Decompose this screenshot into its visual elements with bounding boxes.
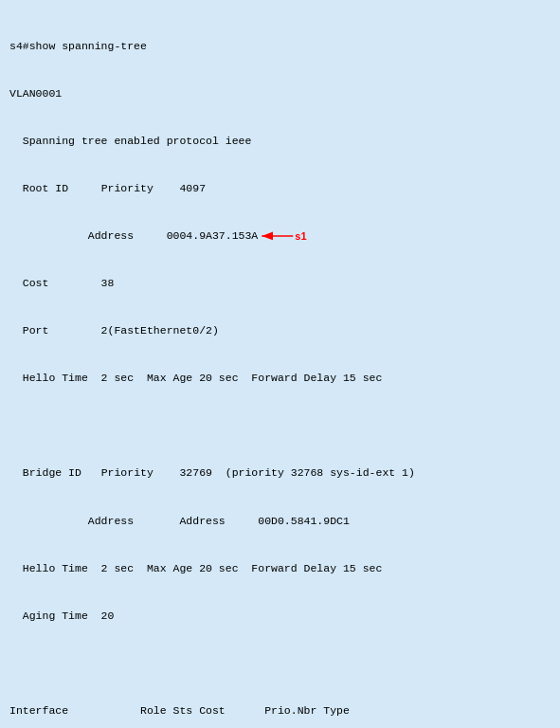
- vlan1-root-address: Address 0004.9A37.153A: [9, 228, 551, 245]
- vlan1-bridge-address: Address Address 00D0.5841.9DC1: [9, 514, 551, 530]
- vlan1-bridge-hello: Hello Time 2 sec Max Age 20 sec Forward …: [9, 561, 551, 577]
- vlan1-iface-header: Interface Role Sts Cost Prio.Nbr Type: [9, 703, 551, 719]
- vlan1-bridge-id: Bridge ID Priority 32769 (priority 32768…: [9, 465, 551, 482]
- vlan1-empty2: [9, 656, 551, 672]
- vlan1-bridge-priority: Priority 32769 (priority 32768 sys-id-ex…: [88, 466, 415, 479]
- vlan1-address-value: 0004.9A37.153A: [167, 229, 259, 242]
- terminal-screen: s4#show spanning-tree VLAN0001 Spanning …: [0, 0, 560, 728]
- vlan1-header: VLAN0001: [9, 86, 551, 102]
- vlan1-root-hello: Hello Time 2 sec Max Age 20 sec Forward …: [9, 371, 551, 387]
- vlan1-root-port: Port 2(FastEthernet0/2): [9, 323, 551, 339]
- vlan1-aging: Aging Time 20: [9, 609, 551, 625]
- vlan1-root-priority: Priority 4097: [88, 182, 206, 194]
- prompt-line: s4#show spanning-tree: [9, 39, 551, 55]
- vlan1-root-cost: Cost 38: [9, 276, 551, 292]
- vlan1-bridge-address-value: Address 00D0.5841.9DC1: [167, 515, 350, 527]
- vlan1-root-id: Root ID Priority 4097: [9, 181, 551, 197]
- vlan1-empty1: [9, 418, 551, 434]
- vlan1-spanning: Spanning tree enabled protocol ieee: [9, 134, 551, 150]
- terminal-content: s4#show spanning-tree VLAN0001 Spanning …: [9, 8, 551, 728]
